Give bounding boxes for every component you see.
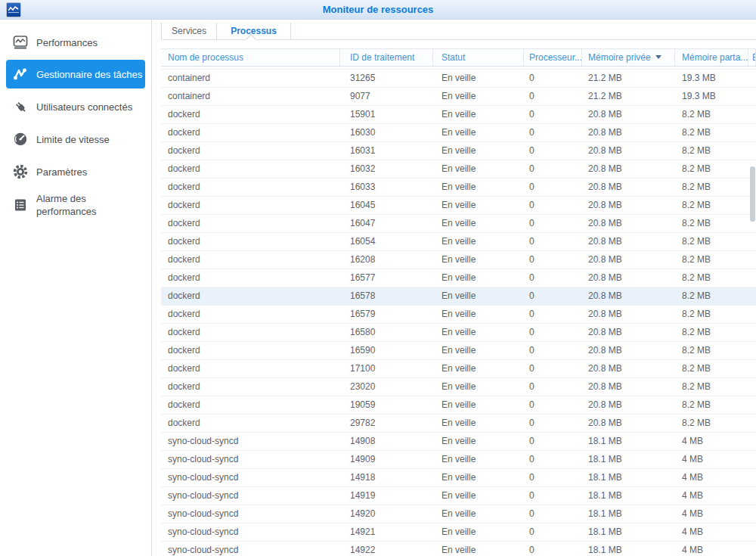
table-row[interactable]: syno-cloud-syncd14909En veille018.1 MB4 …	[161, 451, 756, 469]
cell-private-memory: 20.8 MB	[582, 160, 675, 178]
table-row[interactable]: dockerd29782En veille020.8 MB8.2 MB	[161, 415, 756, 433]
cell-cpu: 0	[524, 433, 582, 450]
cell-process-id: 16054	[340, 233, 433, 250]
sidebar-item-performances[interactable]: Performances	[6, 32, 145, 53]
table-row[interactable]: dockerd19059En veille020.8 MB8.2 MB	[161, 396, 756, 415]
table-row[interactable]: dockerd16577En veille020.8 MB8.2 MB	[161, 269, 756, 287]
cell-private-memory: 18.1 MB	[582, 487, 675, 505]
sidebar-item-connected-users[interactable]: Utilisateurs connectés	[6, 96, 145, 117]
tab-services[interactable]: Services	[161, 23, 217, 39]
table-row[interactable]: syno-cloud-syncd14918En veille018.1 MB4 …	[161, 469, 756, 487]
cell-cpu: 0	[524, 269, 582, 287]
table-row[interactable]: dockerd17100En veille020.8 MB8.2 MB	[161, 360, 756, 378]
table-row[interactable]: syno-cloud-syncd14921En veille018.1 MB4 …	[161, 523, 756, 542]
table-row[interactable]: dockerd16054En veille020.8 MB8.2 MB	[161, 233, 756, 251]
report-icon	[12, 197, 29, 213]
sidebar: Performances Gestionnaire des tâches Uti…	[0, 20, 151, 556]
table-row[interactable]: dockerd16033En veille020.8 MB8.2 MB	[161, 179, 756, 197]
cell-process-id: 14921	[340, 523, 433, 541]
cell-shared-memory: 8.2 MB	[675, 324, 748, 341]
cell-status: En veille	[433, 233, 524, 250]
cell-process-id: 16590	[340, 342, 433, 359]
cell-cpu: 0	[524, 70, 582, 87]
table-row[interactable]: syno-cloud-syncd14919En veille018.1 MB4 …	[161, 487, 756, 505]
cell-shared-memory: 8.2 MB	[675, 415, 748, 432]
cell-cpu: 0	[524, 415, 582, 432]
cell-status: En veille	[433, 523, 524, 541]
sidebar-item-speed-limit[interactable]: Limite de vitesse	[6, 129, 145, 150]
cell-shared-memory: 8.2 MB	[675, 160, 748, 178]
cell-private-memory: 20.8 MB	[582, 396, 675, 414]
cell-shared-memory: 8.2 MB	[675, 251, 748, 269]
column-header-process-name[interactable]: Nom de processus	[161, 49, 340, 66]
cell-private-memory: 20.8 MB	[582, 306, 675, 323]
cell-status: En veille	[433, 197, 524, 214]
cell-shared-memory: 4 MB	[675, 505, 748, 523]
cell-status: En veille	[433, 142, 524, 160]
table-row[interactable]: dockerd16032En veille020.8 MB8.2 MB	[161, 160, 756, 179]
cell-shared-memory: 4 MB	[675, 523, 748, 541]
sort-desc-icon	[655, 55, 662, 59]
column-header-private-memory[interactable]: Mémoire privée	[582, 49, 675, 66]
cell-shared-memory: 4 MB	[675, 433, 748, 450]
cell-process-name: syno-cloud-syncd	[161, 487, 340, 505]
cell-process-id: 14909	[340, 451, 433, 468]
table-row[interactable]: syno-cloud-syncd14920En veille018.1 MB4 …	[161, 505, 756, 523]
cell-status: En veille	[433, 324, 524, 341]
sidebar-item-label: Gestionnaire des tâches	[36, 69, 142, 80]
cell-shared-memory: 8.2 MB	[675, 233, 748, 250]
cell-private-memory: 18.1 MB	[582, 523, 675, 541]
column-header-status[interactable]: Statut	[433, 49, 524, 66]
table-row[interactable]: dockerd16578En veille020.8 MB8.2 MB	[161, 287, 756, 306]
table-row[interactable]: dockerd16047En veille020.8 MB8.2 MB	[161, 215, 756, 233]
sidebar-item-label: Alarme des performances	[36, 192, 145, 218]
cell-private-memory: 20.8 MB	[582, 378, 675, 396]
column-header-cpu[interactable]: Processeur...	[524, 49, 582, 66]
cell-process-name: dockerd	[161, 106, 340, 123]
column-header-shared-memory[interactable]: Mémoire parta...	[675, 49, 748, 66]
cell-cpu: 0	[524, 215, 582, 232]
cell-process-name: dockerd	[161, 251, 340, 269]
cell-process-name: dockerd	[161, 360, 340, 377]
cell-status: En veille	[433, 70, 524, 87]
sidebar-item-settings[interactable]: Paramètres	[6, 161, 145, 182]
cell-shared-memory: 8.2 MB	[675, 396, 748, 414]
table-row[interactable]: dockerd16208En veille020.8 MB8.2 MB	[161, 251, 756, 269]
table-row[interactable]: syno-cloud-syncd14922En veille018.1 MB4 …	[161, 542, 756, 556]
cell-shared-memory: 8.2 MB	[675, 378, 748, 396]
sidebar-item-task-manager[interactable]: Gestionnaire des tâches	[6, 60, 145, 89]
cell-shared-memory: 8.2 MB	[675, 287, 748, 305]
table-row[interactable]: dockerd16045En veille020.8 MB8.2 MB	[161, 197, 756, 215]
table-row[interactable]: dockerd16580En veille020.8 MB8.2 MB	[161, 324, 756, 342]
cell-process-name: containerd	[161, 88, 340, 105]
cell-process-name: syno-cloud-syncd	[161, 523, 340, 541]
table-row[interactable]: dockerd16590En veille020.8 MB8.2 MB	[161, 342, 756, 360]
table-row[interactable]: dockerd15901En veille020.8 MB8.2 MB	[161, 106, 756, 124]
column-header-clipped[interactable]: É	[748, 49, 756, 66]
cell-shared-memory: 19.3 MB	[675, 88, 748, 105]
table-row[interactable]: dockerd23020En veille020.8 MB8.2 MB	[161, 378, 756, 396]
cell-cpu: 0	[524, 106, 582, 123]
cell-process-id: 17100	[340, 360, 433, 377]
table-row[interactable]: containerd31265En veille021.2 MB19.3 MB	[161, 70, 756, 88]
table-row[interactable]: dockerd16030En veille020.8 MB8.2 MB	[161, 124, 756, 142]
vertical-scrollbar-thumb[interactable]	[750, 166, 755, 222]
cell-process-id: 14908	[340, 433, 433, 450]
cell-private-memory: 20.8 MB	[582, 324, 675, 341]
cell-process-name: syno-cloud-syncd	[161, 505, 340, 523]
task-manager-icon	[12, 66, 29, 82]
cell-status: En veille	[433, 88, 524, 105]
cell-process-name: dockerd	[161, 160, 340, 178]
column-header-process-id[interactable]: ID de traitement	[340, 49, 433, 66]
table-row[interactable]: dockerd16031En veille020.8 MB8.2 MB	[161, 142, 756, 160]
cell-shared-memory: 8.2 MB	[675, 215, 748, 232]
sidebar-item-performance-alarm[interactable]: Alarme des performances	[6, 189, 145, 221]
process-table: containerd31265En veille021.2 MB19.3 MBc…	[161, 67, 756, 556]
table-row[interactable]: dockerd16579En veille020.8 MB8.2 MB	[161, 306, 756, 324]
cell-private-memory: 21.2 MB	[582, 88, 675, 105]
cell-private-memory: 18.1 MB	[582, 433, 675, 450]
table-row[interactable]: syno-cloud-syncd14908En veille018.1 MB4 …	[161, 433, 756, 451]
cell-cpu: 0	[524, 505, 582, 523]
table-row[interactable]: containerd9077En veille021.2 MB19.3 MB	[161, 88, 756, 106]
cell-cpu: 0	[524, 251, 582, 269]
